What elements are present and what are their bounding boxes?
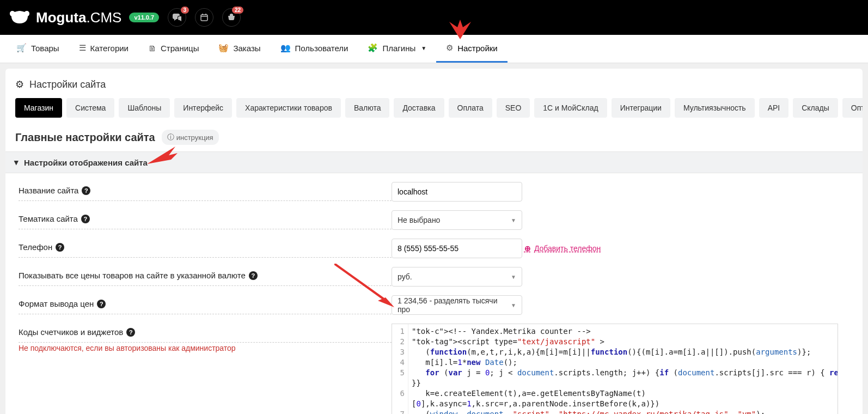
caret-down-icon: ▼ — [421, 45, 426, 51]
tab-api[interactable]: API — [759, 98, 789, 118]
settings-panel: ⚙ Настройки сайта Магазин Система Шаблон… — [5, 69, 863, 414]
row-currency: Показывать все цены товаров на сайте в у… — [19, 263, 849, 291]
select-value: руб. — [398, 272, 412, 281]
select-value: Не выбрано — [398, 216, 440, 224]
help-icon[interactable]: ? — [249, 271, 258, 280]
label: Название сайта? — [19, 182, 392, 201]
caret-down-icon: ▼ — [511, 302, 516, 308]
tab-interface[interactable]: Интерфейс — [174, 98, 232, 118]
tab-system[interactable]: Система — [66, 98, 114, 118]
tab-currency[interactable]: Валюта — [345, 98, 390, 118]
tab-1c[interactable]: 1С и МойСклад — [534, 98, 607, 118]
nav-label: Страницы — [161, 44, 199, 53]
help-icon[interactable]: ? — [56, 243, 64, 252]
annotation-arrow — [147, 147, 178, 164]
badge: 3 — [181, 7, 190, 14]
row-site-name: Название сайта? — [19, 178, 849, 206]
accordion-label: Настройки отображения сайта — [24, 158, 148, 167]
tab-wholesale[interactable]: Оптовые цены — [842, 98, 863, 118]
panel-title: Настройки сайта — [29, 79, 106, 90]
help-icon[interactable]: ? — [82, 186, 90, 195]
nav-label: Категории — [90, 44, 129, 53]
svg-marker-1 — [449, 20, 471, 39]
tab-warehouses[interactable]: Склады — [793, 98, 838, 118]
tab-delivery[interactable]: Доставка — [394, 98, 444, 118]
code-editor[interactable]: 12345 6 7 "tok-c"><!-- Yandex.Metrika co… — [392, 324, 838, 414]
tab-payment[interactable]: Оплата — [449, 98, 492, 118]
annotation-arrow — [334, 264, 394, 307]
main-nav: 🛒Товары ☰Категории 🗎Страницы 🧺Заказы 👥По… — [0, 35, 868, 63]
form-area: Название сайта? Тематика сайта? Не выбра… — [5, 173, 863, 414]
cart-icon: 🛒 — [16, 43, 27, 53]
help-icon[interactable]: ? — [97, 300, 106, 308]
tab-integrations[interactable]: Интеграции — [612, 98, 670, 118]
nav-label: Товары — [31, 44, 59, 53]
help-icon[interactable]: ? — [126, 328, 135, 337]
row-price-format: Формат вывода цен? 1 234,56 - разделять … — [19, 291, 849, 319]
basket-icon: 🧺 — [218, 43, 229, 53]
svg-marker-5 — [378, 297, 394, 307]
phone-input[interactable] — [392, 239, 522, 258]
bear-logo-icon — [9, 9, 30, 26]
tab-seo[interactable]: SEO — [497, 98, 530, 118]
tab-templates[interactable]: Шаблоны — [119, 98, 170, 118]
settings-tabs: Магазин Система Шаблоны Интерфейс Характ… — [5, 98, 863, 121]
nav-categories[interactable]: ☰Категории — [69, 35, 138, 63]
code-content[interactable]: "tok-c"><!-- Yandex.Metrika counter --> … — [408, 324, 838, 414]
plus-icon: ⊕ — [524, 244, 531, 253]
tab-store[interactable]: Магазин — [15, 98, 62, 118]
instruction-label: инструкция — [176, 133, 213, 142]
nav-plugins[interactable]: 🧩Плагины▼ — [358, 35, 436, 63]
version-badge: v11.0.7 — [129, 13, 159, 22]
caret-down-icon: ▼ — [511, 274, 516, 280]
caret-down-icon: ▼ — [511, 217, 516, 223]
chevron-down-icon: ▾ — [14, 157, 19, 167]
gears-icon: ⚙ — [15, 78, 24, 90]
instruction-button[interactable]: ⓘинструкция — [162, 130, 219, 145]
nav-label: Пользователи — [295, 44, 349, 53]
add-phone-link[interactable]: ⊕Добавить телефон — [524, 244, 601, 253]
gutter: 12345 6 7 — [392, 324, 408, 414]
panel-head: ⚙ Настройки сайта — [5, 78, 863, 98]
tab-multilang[interactable]: Мультиязычность — [675, 98, 755, 118]
page-body: ⚙ Настройки сайта Магазин Система Шаблон… — [0, 63, 868, 414]
gear-icon: ⚙ — [446, 43, 453, 53]
calendar-icon[interactable] — [195, 8, 213, 27]
list-icon: ☰ — [79, 43, 86, 53]
top-bar: Moguta.CMS v11.0.7 3 22 — [0, 0, 868, 35]
nav-users[interactable]: 👥Пользователи — [271, 35, 358, 63]
label: Коды счетчиков и виджетов? Не подключают… — [19, 324, 392, 358]
section-title: Главные настройки сайта ⓘинструкция — [5, 121, 863, 151]
info-icon: ⓘ — [167, 132, 174, 142]
site-name-input[interactable] — [392, 182, 522, 202]
svg-line-4 — [334, 264, 386, 301]
tab-product-attrs[interactable]: Характеристики товаров — [236, 98, 341, 118]
annotation-arrow — [447, 20, 474, 39]
brand-text: Moguta.CMS — [36, 9, 121, 26]
svg-marker-3 — [147, 147, 178, 164]
nav-orders[interactable]: 🧺Заказы — [209, 35, 270, 63]
cart-icon[interactable]: 22 — [222, 8, 241, 27]
site-theme-select[interactable]: Не выбрано▼ — [392, 210, 522, 230]
row-phone: Телефон? ⊕Добавить телефон — [19, 234, 849, 263]
section-heading: Главные настройки сайта — [15, 131, 155, 144]
currency-select[interactable]: руб.▼ — [392, 267, 522, 287]
nav-products[interactable]: 🛒Товары — [7, 35, 69, 63]
counters-warning: Не подключаются, если вы авторизованы ка… — [19, 344, 392, 352]
page-icon: 🗎 — [148, 44, 156, 53]
nav-pages[interactable]: 🗎Страницы — [138, 35, 209, 63]
accordion-display-settings[interactable]: ▾ Настройки отображения сайта — [5, 151, 863, 173]
svg-rect-0 — [201, 15, 207, 21]
select-value: 1 234,56 - разделять тысячи про — [398, 296, 511, 314]
price-format-select[interactable]: 1 234,56 - разделять тысячи про▼ — [392, 295, 522, 315]
chat-icon[interactable]: 3 — [168, 8, 186, 27]
nav-label: Настройки — [457, 44, 498, 53]
nav-label: Плагины — [382, 44, 415, 53]
nav-label: Заказы — [233, 44, 260, 53]
badge: 22 — [232, 7, 243, 14]
brand[interactable]: Moguta.CMS v11.0.7 — [9, 9, 159, 26]
row-counters: Коды счетчиков и виджетов? Не подключают… — [19, 319, 849, 414]
puzzle-icon: 🧩 — [368, 43, 378, 53]
row-site-theme: Тематика сайта? Не выбрано▼ — [19, 206, 849, 234]
help-icon[interactable]: ? — [81, 215, 90, 223]
